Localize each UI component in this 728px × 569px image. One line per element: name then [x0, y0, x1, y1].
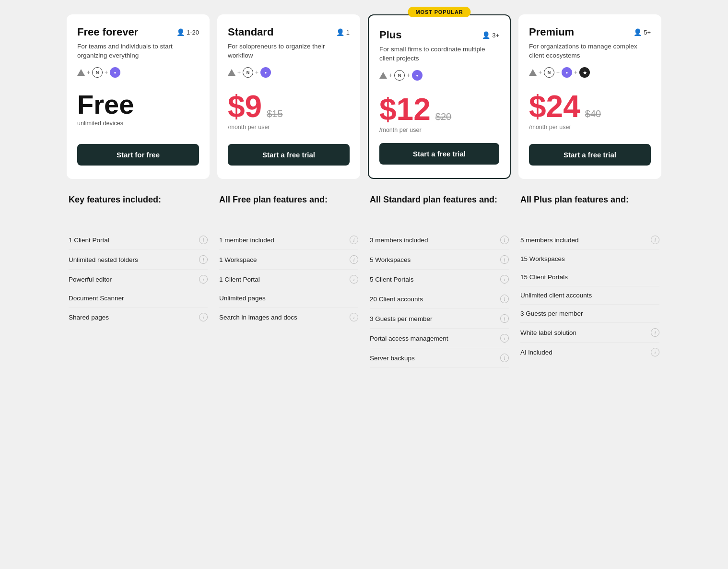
plan-name: Free forever — [77, 26, 138, 38]
feature-item: 20 Client accountsi — [370, 289, 509, 308]
features-heading: All Free plan features and: — [219, 194, 358, 221]
features-row: Key features included:1 Client PortaliUn… — [67, 194, 661, 368]
info-icon[interactable]: i — [350, 255, 358, 264]
feature-label: 15 Workspaces — [520, 255, 565, 262]
feature-item: 1 member includedi — [219, 230, 358, 249]
price-row: $12 $20 — [379, 94, 499, 125]
features-col-standard: All Free plan features and:1 member incl… — [217, 194, 360, 368]
feature-item: 1 Workspacei — [219, 249, 358, 269]
feature-label: 5 Workspaces — [370, 256, 411, 263]
pricing-container: Free forever👤1-20For teams and individua… — [67, 14, 661, 368]
plan-card-plus: MOST POPULARPlus👤3+For small firms to co… — [368, 14, 511, 179]
cta-button-plus[interactable]: Start a free trial — [379, 143, 499, 165]
price-row: $9 $15 — [228, 91, 350, 122]
price-row: Free — [77, 91, 199, 118]
plus-sign-2: + — [407, 72, 410, 79]
price-section: $24 $40 /month per user — [529, 91, 651, 130]
cta-button-free[interactable]: Start for free — [77, 144, 199, 166]
features-heading: All Plus plan features and: — [520, 194, 659, 221]
triangle-icon — [379, 72, 387, 79]
feature-label: Portal access management — [370, 335, 448, 342]
info-icon[interactable]: i — [500, 314, 509, 323]
card-header: Plus👤3+ — [379, 29, 499, 41]
plus-sign: + — [539, 69, 542, 76]
feature-item: 5 members includedi — [520, 230, 659, 249]
price-main: $12 — [379, 94, 431, 125]
notion-icon: N — [544, 67, 554, 78]
user-count: 👤5+ — [634, 28, 651, 36]
info-icon[interactable]: i — [199, 313, 208, 321]
price-section: $12 $20 /month per user — [379, 94, 499, 133]
cta-button-standard[interactable]: Start a free trial — [228, 144, 350, 166]
info-icon[interactable]: i — [199, 236, 208, 244]
info-icon[interactable]: i — [199, 255, 208, 264]
user-icon: 👤 — [634, 28, 642, 36]
plan-card-free: Free forever👤1-20For teams and individua… — [67, 14, 210, 179]
feature-item: 15 Workspaces — [520, 249, 659, 268]
info-icon[interactable]: i — [350, 313, 358, 321]
feature-label: 3 members included — [370, 237, 428, 244]
feature-item: Unlimited pages — [219, 289, 358, 307]
info-icon[interactable]: i — [199, 275, 208, 284]
plan-name: Plus — [379, 29, 401, 41]
plan-name: Premium — [529, 26, 574, 38]
info-icon[interactable]: i — [651, 236, 659, 244]
feature-label: 3 Guests per member — [520, 310, 583, 317]
feature-item: 1 Client Portali — [219, 269, 358, 289]
info-icon[interactable]: i — [500, 275, 509, 284]
price-row: $24 $40 — [529, 91, 651, 122]
feature-label: 1 member included — [219, 237, 274, 244]
feature-item: Unlimited nested foldersi — [69, 249, 208, 269]
features-col-premium: All Plus plan features and:5 members inc… — [518, 194, 661, 368]
info-icon[interactable]: i — [350, 236, 358, 244]
info-icon[interactable]: i — [500, 255, 509, 264]
info-icon[interactable]: i — [500, 236, 509, 244]
plus-sign: + — [389, 72, 392, 79]
most-popular-badge: MOST POPULAR — [408, 7, 470, 17]
plus-sign-2: + — [255, 69, 258, 76]
features-heading: All Standard plan features and: — [370, 194, 509, 221]
info-icon[interactable]: i — [500, 295, 509, 303]
info-icon[interactable]: i — [651, 348, 659, 356]
plus-sign-2: + — [105, 69, 108, 76]
user-count: 👤3+ — [482, 31, 499, 39]
integrations-icons: + N + ● +★ — [529, 67, 651, 78]
feature-label: Unlimited nested folders — [69, 256, 138, 263]
info-icon[interactable]: i — [651, 328, 659, 337]
user-icon: 👤 — [482, 31, 490, 39]
features-col-free: Key features included:1 Client PortaliUn… — [67, 194, 210, 368]
plan-description: For small firms to coordinate multiple c… — [379, 45, 499, 63]
plan-card-standard: Standard👤1For solopreneurs to organize t… — [217, 14, 360, 179]
feature-item: Search in images and docsi — [219, 307, 358, 327]
feature-label: 1 Client Portal — [219, 276, 260, 283]
feature-label: 1 Workspace — [219, 256, 257, 263]
feature-item: 1 Client Portali — [69, 230, 208, 249]
price-subtitle: /month per user — [379, 127, 499, 133]
feature-item: 5 Client Portalsi — [370, 269, 509, 289]
plus-sign: + — [237, 69, 241, 76]
info-icon[interactable]: i — [500, 334, 509, 343]
feature-item: 3 Guests per member — [520, 304, 659, 322]
triangle-icon — [228, 69, 235, 76]
notion-icon: N — [243, 67, 253, 78]
feature-label: 5 Client Portals — [370, 276, 414, 283]
feature-label: Search in images and docs — [219, 314, 297, 321]
price-original: $40 — [585, 108, 601, 119]
plan-description: For organizations to manage complex clie… — [529, 42, 651, 60]
features-col-plus: All Standard plan features and:3 members… — [368, 194, 511, 368]
integrations-icons: + N + ● — [77, 67, 199, 78]
feature-item: White label solutioni — [520, 322, 659, 342]
info-icon[interactable]: i — [500, 354, 509, 362]
feature-label: Shared pages — [69, 314, 109, 321]
integrations-icons: + N + ● — [228, 67, 350, 78]
notion-icon: N — [394, 70, 405, 81]
clickup-icon: ● — [562, 67, 572, 78]
feature-item: AI includedi — [520, 342, 659, 362]
user-icon: 👤 — [336, 28, 344, 36]
info-icon[interactable]: i — [350, 275, 358, 284]
plus-sign-3: + — [574, 69, 577, 76]
star-icon: ★ — [579, 67, 590, 78]
price-subtitle: unlimited devices — [77, 120, 199, 127]
cta-button-premium[interactable]: Start a free trial — [529, 144, 651, 166]
feature-label: 20 Client accounts — [370, 296, 423, 303]
